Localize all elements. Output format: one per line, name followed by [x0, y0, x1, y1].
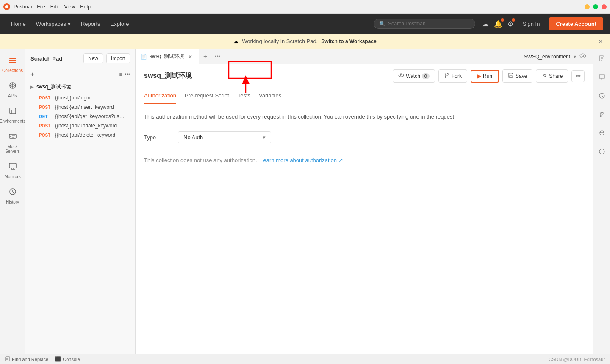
- banner-text: Working locally in Scratch Pad.: [242, 38, 318, 44]
- close-button[interactable]: ✕: [602, 4, 607, 9]
- environments-label: Environments: [0, 119, 25, 124]
- console-button[interactable]: ⬛ Console: [55, 356, 80, 362]
- panel-more-icon[interactable]: •••: [125, 72, 130, 77]
- nav-home[interactable]: Home: [7, 18, 30, 30]
- svg-point-17: [582, 55, 584, 57]
- right-api-icon[interactable]: [596, 127, 608, 141]
- switch-workspace-link[interactable]: Switch to a Workspace: [321, 39, 376, 44]
- titlebar-left: Postman File Edit View Help: [3, 3, 91, 10]
- save-button[interactable]: Save: [502, 69, 532, 83]
- cloud-icon-btn[interactable]: ☁: [482, 20, 489, 28]
- watch-button[interactable]: Watch 0: [393, 69, 435, 83]
- list-item[interactable]: POST {{host}}api/delete_keyword: [36, 130, 135, 140]
- tab-authorization[interactable]: Authorization: [144, 88, 176, 104]
- list-item[interactable]: POST {{host}}api/insert_keyword: [36, 102, 135, 112]
- panel-header-actions: New Import: [83, 53, 130, 63]
- notifications-btn[interactable]: 🔔: [494, 20, 502, 28]
- maximize-button[interactable]: □: [593, 4, 598, 9]
- watch-count: 0: [422, 73, 430, 79]
- sidebar-item-mock-servers[interactable]: Mock Servers: [2, 129, 24, 157]
- env-dropdown-arrow[interactable]: ▾: [574, 54, 576, 60]
- monitors-label: Monitors: [4, 174, 20, 179]
- learn-more-link[interactable]: Learn more about authorization ↗: [260, 157, 343, 163]
- panel-title: Scratch Pad: [30, 55, 62, 62]
- app-logo-icon: [3, 3, 10, 10]
- run-label: Run: [483, 73, 492, 79]
- watch-icon: [398, 72, 404, 80]
- workspaces-arrow-icon: ▾: [68, 21, 71, 27]
- run-button[interactable]: ▶ Run: [471, 70, 499, 83]
- right-comment-icon[interactable]: [596, 71, 608, 85]
- sidebar-item-collections[interactable]: Collections: [2, 52, 24, 76]
- right-history-icon[interactable]: [596, 90, 608, 103]
- tab-tests[interactable]: Tests: [238, 88, 250, 104]
- right-fork-icon[interactable]: [596, 108, 608, 122]
- list-item[interactable]: GET {{host}}api/get_keywords?usern...: [36, 112, 135, 121]
- import-button[interactable]: Import: [106, 53, 130, 63]
- env-eye-icon[interactable]: [580, 52, 586, 61]
- menu-view[interactable]: View: [64, 4, 75, 10]
- nav-workspaces[interactable]: Workspaces ▾: [32, 18, 75, 30]
- sidebar-icons: Collections APIs Environmen: [0, 49, 25, 354]
- panel-header: Scratch Pad New Import: [25, 49, 135, 68]
- share-icon: [541, 72, 547, 80]
- share-label: Share: [549, 73, 563, 79]
- tab-file-icon: 📄: [141, 54, 147, 60]
- tab-add-button[interactable]: +: [199, 53, 211, 61]
- fork-button[interactable]: Fork: [438, 69, 467, 83]
- filter-icon[interactable]: ≡: [119, 72, 122, 77]
- content-header: swsq_测试环境 Watch 0: [136, 64, 593, 88]
- mock-servers-icon: [8, 132, 17, 143]
- mock-servers-label: Mock Servers: [3, 144, 22, 154]
- svg-point-20: [445, 77, 446, 78]
- env-name: SWSQ_environment: [524, 54, 570, 60]
- more-actions-button[interactable]: •••: [571, 70, 585, 82]
- svg-point-38: [602, 150, 602, 151]
- nav-reports[interactable]: Reports: [77, 18, 105, 30]
- search-input[interactable]: [388, 21, 470, 27]
- list-item[interactable]: POST {{host}}api/update_keyword: [36, 121, 135, 130]
- request-url: {{host}}api/delete_keyword: [55, 132, 115, 138]
- svg-rect-12: [9, 163, 16, 168]
- auth-description: This authorization method will be used f…: [144, 113, 585, 121]
- nav-links: Home Workspaces ▾ Reports Explore: [7, 18, 367, 30]
- find-replace-icon: [5, 356, 10, 362]
- sidebar-item-monitors[interactable]: Monitors: [2, 159, 24, 182]
- settings-btn[interactable]: ⚙: [507, 20, 513, 28]
- collection-search-input[interactable]: [37, 72, 116, 77]
- tab-variables[interactable]: Variables: [259, 88, 281, 104]
- collection-group[interactable]: ▶ swsq_测试环境: [25, 81, 135, 93]
- menu-file[interactable]: File: [37, 4, 45, 10]
- signin-button[interactable]: Sign In: [518, 18, 544, 30]
- menu-help[interactable]: Help: [80, 4, 91, 10]
- share-button[interactable]: Share: [536, 69, 568, 83]
- type-select-arrow-icon: ▾: [263, 134, 266, 141]
- svg-rect-25: [510, 73, 512, 74]
- new-button[interactable]: New: [83, 53, 103, 63]
- right-info-icon[interactable]: [596, 146, 608, 159]
- svg-rect-1: [9, 60, 16, 61]
- add-collection-icon[interactable]: +: [30, 71, 34, 78]
- method-badge: POST: [39, 133, 53, 138]
- tab-pre-request-script[interactable]: Pre-request Script: [185, 88, 229, 104]
- menu-edit[interactable]: Edit: [50, 4, 59, 10]
- request-url: {{host}}api/update_keyword: [55, 123, 117, 129]
- active-tab[interactable]: 📄 swsq_测试环境 ✕: [136, 49, 199, 64]
- right-doc-icon[interactable]: [596, 52, 608, 66]
- tab-close-button[interactable]: ✕: [187, 53, 194, 60]
- list-item[interactable]: POST {{host}}api/login: [36, 93, 135, 102]
- history-label: History: [6, 200, 19, 204]
- auth-type-select[interactable]: No Auth ▾: [178, 131, 271, 143]
- minimize-button[interactable]: —: [585, 4, 590, 9]
- sidebar-item-environments[interactable]: Environments: [2, 103, 24, 127]
- nav-search-bar[interactable]: 🔍: [374, 19, 475, 29]
- banner-close-button[interactable]: ✕: [598, 38, 603, 45]
- nav-explore[interactable]: Explore: [106, 18, 133, 30]
- sidebar-item-history[interactable]: History: [2, 184, 24, 208]
- find-replace-button[interactable]: Find and Replace: [5, 356, 48, 362]
- collection-requests: POST {{host}}api/login POST {{host}}api/…: [25, 93, 135, 140]
- tab-more-button[interactable]: •••: [211, 54, 224, 60]
- sidebar-item-apis[interactable]: APIs: [2, 78, 24, 102]
- settings-badge: [512, 18, 515, 22]
- create-account-button[interactable]: Create Account: [549, 17, 603, 30]
